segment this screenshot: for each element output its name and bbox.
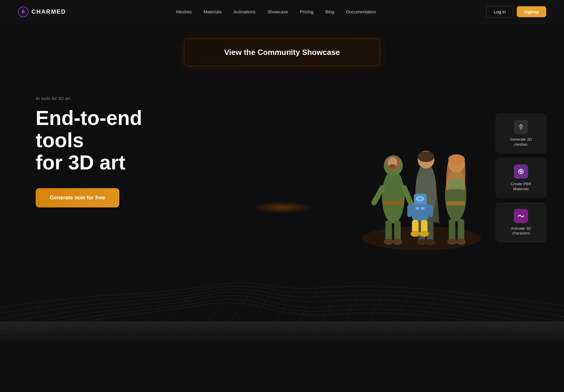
material-card-label: Create PBRMaterials xyxy=(511,182,531,192)
animate-card-label: Animate 3Dcharacters xyxy=(511,226,531,236)
svg-point-1 xyxy=(22,10,25,13)
svg-point-46 xyxy=(523,215,524,217)
svg-line-52 xyxy=(119,296,172,345)
svg-rect-42 xyxy=(421,207,424,210)
svg-line-9 xyxy=(404,188,411,204)
svg-line-47 xyxy=(0,292,59,345)
svg-rect-41 xyxy=(416,207,419,210)
nav-item-documentation[interactable]: Documentation xyxy=(346,9,376,14)
generate-button[interactable]: Generate now for free xyxy=(36,188,119,207)
svg-rect-12 xyxy=(394,220,401,241)
svg-line-68 xyxy=(499,309,543,345)
svg-line-55 xyxy=(190,287,235,345)
svg-line-48 xyxy=(24,293,80,345)
svg-line-64 xyxy=(404,297,436,345)
svg-point-3 xyxy=(382,170,405,223)
feature-card-animate[interactable]: Animate 3Dcharacters xyxy=(496,203,546,242)
svg-point-13 xyxy=(384,239,393,245)
svg-rect-25 xyxy=(449,179,464,189)
hero-title: End-to-end tools for 3D art xyxy=(36,107,178,173)
svg-line-59 xyxy=(285,289,318,345)
svg-line-49 xyxy=(47,295,101,345)
characters-svg xyxy=(347,96,496,250)
svg-rect-10 xyxy=(383,201,404,205)
svg-line-63 xyxy=(380,295,410,345)
svg-line-57 xyxy=(237,285,276,345)
nav-item-materials[interactable]: Materials xyxy=(204,9,222,14)
svg-point-24 xyxy=(448,154,465,165)
feature-card-materials[interactable]: Create PBRMaterials xyxy=(496,158,546,198)
logo-icon xyxy=(18,7,28,17)
nav-links: Meshes Materials Animations Showcase Pri… xyxy=(176,9,376,15)
svg-line-58 xyxy=(261,286,297,345)
logo-text: CHARMED xyxy=(31,8,66,15)
svg-line-66 xyxy=(451,303,490,345)
svg-line-65 xyxy=(427,300,463,345)
nav-item-meshes[interactable]: Meshes xyxy=(176,9,192,14)
svg-line-61 xyxy=(332,292,359,345)
svg-line-62 xyxy=(356,293,383,345)
svg-rect-19 xyxy=(427,216,433,241)
nav-item-showcase[interactable]: Showcase xyxy=(267,9,288,14)
svg-line-8 xyxy=(374,188,382,203)
characters-visual xyxy=(347,96,496,250)
mesh-card-label: Generate 3Dmeshes xyxy=(510,137,532,147)
svg-point-21 xyxy=(425,239,435,245)
nav-actions: Log in Signup xyxy=(486,6,546,18)
svg-rect-11 xyxy=(385,220,392,241)
svg-rect-72 xyxy=(0,321,564,345)
svg-point-7 xyxy=(389,164,396,169)
login-button[interactable]: Log in xyxy=(486,6,513,18)
side-cards: Generate 3Dmeshes Create PBRMaterials xyxy=(496,114,546,242)
navbar: CHARMED Meshes Materials Animations Show… xyxy=(0,0,564,24)
showcase-banner[interactable]: View the Community Showcase xyxy=(184,39,380,66)
signup-button[interactable]: Signup xyxy=(517,6,546,17)
svg-rect-26 xyxy=(447,201,465,205)
svg-line-50 xyxy=(71,296,125,345)
showcase-banner-text: View the Community Showcase xyxy=(224,48,340,57)
svg-rect-31 xyxy=(412,203,428,220)
svg-line-60 xyxy=(309,290,338,345)
nav-item-pricing[interactable]: Pricing xyxy=(300,9,313,14)
animate-icon xyxy=(514,209,528,223)
svg-line-56 xyxy=(214,286,255,345)
svg-line-53 xyxy=(142,293,193,345)
svg-point-17 xyxy=(418,151,434,162)
svg-line-69 xyxy=(522,312,564,345)
svg-line-67 xyxy=(475,306,517,345)
svg-rect-27 xyxy=(449,219,455,241)
feature-card-meshes[interactable]: Generate 3Dmeshes xyxy=(496,114,546,153)
mesh-icon xyxy=(514,120,528,134)
svg-point-40 xyxy=(419,231,429,237)
svg-line-51 xyxy=(95,298,148,345)
svg-rect-35 xyxy=(407,205,412,217)
svg-rect-36 xyxy=(428,205,433,217)
svg-line-54 xyxy=(166,290,214,345)
svg-point-30 xyxy=(456,239,466,245)
hero-section: AI tools for 3D art End-to-end tools for… xyxy=(0,78,564,345)
logo-link[interactable]: CHARMED xyxy=(18,7,66,17)
svg-point-39 xyxy=(411,231,420,237)
nav-item-blog[interactable]: Blog xyxy=(325,9,334,14)
hero-title-line1: End-to-end tools xyxy=(36,107,142,151)
svg-point-29 xyxy=(447,239,457,245)
svg-point-45 xyxy=(518,215,519,217)
svg-rect-28 xyxy=(458,219,464,241)
svg-point-34 xyxy=(418,197,422,200)
material-icon xyxy=(514,164,528,179)
svg-line-70 xyxy=(546,315,564,345)
nav-item-animations[interactable]: Animations xyxy=(234,9,256,14)
hero-title-line2: for 3D art xyxy=(36,151,125,174)
svg-point-14 xyxy=(393,239,402,245)
